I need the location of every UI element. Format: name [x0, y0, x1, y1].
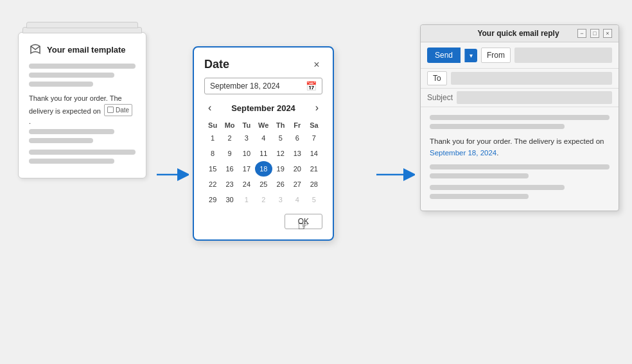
dp-day-25[interactable]: 25: [255, 177, 272, 192]
email-toolbar: Send ▾ From: [421, 42, 619, 69]
body-placeholder-4: [430, 173, 529, 178]
body-placeholder-2: [430, 124, 565, 129]
send-button[interactable]: Send: [427, 48, 461, 63]
dp-day-27[interactable]: 27: [289, 177, 306, 192]
dp-day-3-other[interactable]: 3: [272, 192, 289, 207]
dp-day-23[interactable]: 23: [221, 177, 238, 192]
dp-day-21[interactable]: 21: [306, 161, 322, 177]
body-placeholder-5: [430, 185, 565, 190]
from-field[interactable]: [514, 48, 612, 63]
subject-row: Subject: [421, 89, 619, 107]
dp-weekday-tu: Tu: [238, 120, 255, 130]
to-field[interactable]: [451, 72, 612, 85]
email-template-panel: Your email template Thank you for your o…: [18, 32, 146, 178]
dp-weekday-we: We: [255, 120, 272, 130]
dp-ok-row: OK: [204, 214, 322, 229]
dp-close-button[interactable]: ×: [311, 59, 322, 71]
date-field-inline[interactable]: Date: [104, 104, 132, 116]
result-body-text: Thank you for your order. The delivery i…: [430, 135, 610, 159]
dp-title: Date: [204, 58, 229, 71]
placeholder-3: [29, 82, 93, 87]
subject-label: Subject: [427, 93, 453, 102]
dp-day-1-other[interactable]: 1: [238, 192, 255, 207]
dp-day-16[interactable]: 16: [221, 161, 238, 177]
dp-calendar-icon: 📅: [306, 81, 317, 91]
dp-day-2[interactable]: 2: [221, 130, 238, 146]
to-row: To: [421, 69, 619, 89]
template-body: Thank you for your order. The delivery i…: [29, 93, 136, 126]
dp-day-12[interactable]: 12: [272, 146, 289, 161]
left-arrow: [157, 167, 189, 182]
period: .: [29, 117, 31, 125]
email-body-area: Thank you for your order. The delivery i…: [421, 107, 619, 211]
dp-day-6[interactable]: 6: [289, 130, 306, 146]
dp-day-22[interactable]: 22: [204, 177, 221, 192]
result-date-link: September 18, 2024: [430, 149, 496, 157]
dp-month-year: September 2024: [231, 103, 295, 113]
dp-day-15[interactable]: 15: [204, 161, 221, 177]
placeholder-7: [29, 159, 114, 164]
dp-next-button[interactable]: ›: [312, 101, 322, 115]
dp-day-17[interactable]: 17: [238, 161, 255, 177]
window-titlebar: Your quick email reply − □ ×: [421, 25, 619, 42]
dp-day-14[interactable]: 14: [306, 146, 322, 161]
dp-day-13[interactable]: 13: [289, 146, 306, 161]
dp-day-10[interactable]: 10: [238, 146, 255, 161]
template-icon: [29, 43, 42, 56]
placeholder-1: [29, 64, 136, 69]
send-dropdown-button[interactable]: ▾: [464, 49, 477, 62]
dp-day-9[interactable]: 9: [221, 146, 238, 161]
minimize-button[interactable]: −: [577, 29, 586, 38]
dp-day-5-other[interactable]: 5: [306, 192, 322, 207]
window-controls: − □ ×: [577, 29, 612, 38]
dp-day-26[interactable]: 26: [272, 177, 289, 192]
dp-day-11[interactable]: 11: [255, 146, 272, 161]
body-placeholder-1: [430, 115, 610, 120]
dp-day-7[interactable]: 7: [306, 130, 322, 146]
placeholder-6: [29, 150, 136, 155]
dp-weekday-mo: Mo: [221, 120, 238, 130]
dp-calendar-grid: Su Mo Tu We Th Fr Sa 1234567891011121314…: [204, 120, 322, 207]
dp-day-4-other[interactable]: 4: [289, 192, 306, 207]
stage: Your email template Thank you for your o…: [0, 0, 632, 364]
date-placeholder-text: Date: [116, 105, 129, 115]
body-placeholder-3: [430, 164, 610, 169]
dp-day-1[interactable]: 1: [204, 130, 221, 146]
dp-weekday-su: Su: [204, 120, 221, 130]
close-button[interactable]: ×: [603, 29, 612, 38]
dp-weekday-fr: Fr: [289, 120, 306, 130]
dp-day-24[interactable]: 24: [238, 177, 255, 192]
body-placeholder-6: [430, 194, 529, 199]
email-result-panel: Your quick email reply − □ × Send ▾ From…: [420, 24, 619, 211]
from-label: From: [481, 48, 511, 63]
dp-header: Date ×: [204, 58, 322, 71]
dp-day-18[interactable]: 18: [255, 161, 272, 177]
dp-day-29[interactable]: 29: [204, 192, 221, 207]
dp-nav: ‹ September 2024 ›: [204, 101, 322, 115]
dp-day-30[interactable]: 30: [221, 192, 238, 207]
dp-day-3[interactable]: 3: [238, 130, 255, 146]
placeholder-2: [29, 73, 114, 78]
dp-day-5[interactable]: 5: [272, 130, 289, 146]
dp-day-20[interactable]: 20: [289, 161, 306, 177]
dp-day-8[interactable]: 8: [204, 146, 221, 161]
date-picker-panel: Date × September 18, 2024 📅 ‹ September …: [193, 46, 334, 241]
dp-weekday-th: Th: [272, 120, 289, 130]
placeholder-5: [29, 138, 93, 143]
window-title: Your quick email reply: [459, 29, 577, 38]
dp-day-2-other[interactable]: 2: [255, 192, 272, 207]
maximize-button[interactable]: □: [590, 29, 599, 38]
dp-weekday-sa: Sa: [306, 120, 322, 130]
dp-input-row[interactable]: September 18, 2024 📅: [204, 78, 322, 94]
dp-ok-button[interactable]: OK: [285, 214, 322, 229]
subject-field[interactable]: [457, 91, 612, 104]
placeholder-4: [29, 129, 114, 134]
dp-day-4[interactable]: 4: [255, 130, 272, 146]
to-label: To: [427, 71, 447, 85]
dp-day-19[interactable]: 19: [272, 161, 289, 177]
template-title: Your email template: [47, 45, 126, 55]
dp-input-text: September 18, 2024: [210, 82, 280, 91]
dp-prev-button[interactable]: ‹: [204, 101, 215, 115]
template-header: Your email template: [29, 43, 136, 56]
dp-day-28[interactable]: 28: [306, 177, 322, 192]
